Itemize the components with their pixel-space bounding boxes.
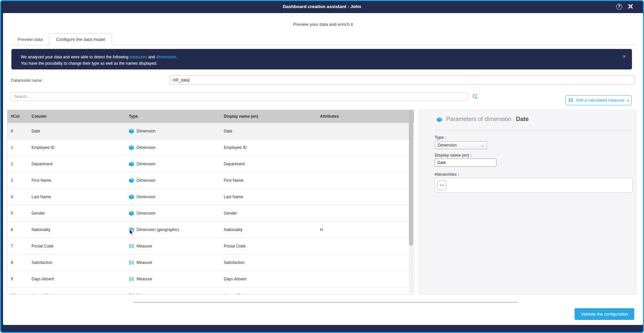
table-row[interactable]: 6 Nationality Dimension (geographic) Nat… <box>7 221 414 238</box>
header-attributes: Attributes <box>320 114 414 119</box>
table-row[interactable]: 7 Postal Code Measure Postal Code <box>7 238 414 254</box>
chevron-down-icon: ▾ <box>442 184 444 187</box>
close-icon[interactable]: ✕ <box>628 2 634 11</box>
add-hierarchy-button[interactable]: + ▾ <box>437 180 446 190</box>
datamodel-name-value: HR_data <box>173 78 189 82</box>
header-col-index: #Col <box>7 114 32 119</box>
info-banner: We analyzed your data and were able to d… <box>11 49 632 70</box>
row-display-name: Last Name <box>224 195 320 199</box>
row-col-index: 2 <box>7 162 32 166</box>
chevron-down-icon: ▾ <box>627 99 629 102</box>
measure-icon <box>129 293 134 294</box>
row-column-name: Date <box>32 129 129 133</box>
row-col-index: 0 <box>7 129 32 133</box>
header-column: Column <box>32 114 129 119</box>
measures-link[interactable]: measures <box>129 55 147 59</box>
measure-icon <box>129 243 134 249</box>
banner-line1: We analyzed your data and were able to d… <box>21 54 619 60</box>
measure-icon <box>568 98 574 103</box>
row-display-name: Date <box>224 129 320 133</box>
banner-text: We analyzed your data and were able to d… <box>21 55 129 59</box>
row-column-name: Employee ID <box>32 145 129 150</box>
table-row[interactable]: 8 Satisfaction Measure Satisfaction <box>7 254 414 271</box>
horizontal-scrollbar[interactable] <box>133 302 518 303</box>
validate-configuration-button[interactable]: Validate the configuration <box>575 308 634 320</box>
dimension-geo-icon <box>129 227 134 232</box>
table-row[interactable]: 9 Days Absent Measure Days Absent <box>7 271 414 287</box>
row-display-name: Department <box>224 162 320 166</box>
type-select-value: Dimension <box>438 143 457 148</box>
row-type: Dimension <box>129 161 224 167</box>
plus-icon: + <box>439 183 441 187</box>
tab-preview-data[interactable]: Preview data <box>11 33 49 45</box>
tab-bar: Preview data Configure the data model <box>11 33 112 45</box>
table-row[interactable]: 5 Gender Dimension Gender <box>7 205 414 221</box>
row-col-index: 8 <box>7 260 32 265</box>
row-column-name: Days Absent <box>32 277 129 281</box>
dimensions-link[interactable]: dimensions <box>156 55 176 59</box>
row-col-index: 1 <box>7 145 32 150</box>
row-type: Dimension <box>129 178 224 183</box>
table-row[interactable]: 1 Employee ID Dimension Employee ID <box>7 139 414 156</box>
table-row[interactable]: 0 Date Dimension Date <box>7 123 414 139</box>
table-row[interactable]: 3 First Name Dimension First Name <box>7 172 414 188</box>
add-calculated-measure-button[interactable]: Add a calculated measure ▾ <box>566 95 632 105</box>
row-type: Measure <box>129 293 224 294</box>
row-display-name: Postal Code <box>224 244 320 248</box>
row-type: Dimension <box>129 194 224 200</box>
header-type: Type <box>129 114 224 119</box>
row-type: Measure <box>129 243 224 249</box>
table-row[interactable]: 10 Annual Salary Measure Annual Salary <box>7 287 414 294</box>
vertical-scrollbar-track[interactable] <box>409 110 413 294</box>
type-select[interactable]: Dimension ⌄ <box>435 141 487 149</box>
dialog-title: Dashboard creation assistant : John <box>1 4 643 9</box>
row-type: Dimension <box>129 128 224 134</box>
text-cursor <box>189 78 189 82</box>
dimension-icon <box>129 161 134 167</box>
measure-icon <box>129 276 134 282</box>
row-column-name: Gender <box>32 211 129 216</box>
display-name-input[interactable] <box>435 159 496 167</box>
row-type: Dimension <box>129 145 224 150</box>
vertical-scrollbar-thumb[interactable] <box>409 110 413 246</box>
dimension-icon <box>129 128 134 134</box>
row-type: Dimension (geographic) <box>129 227 224 232</box>
search-input[interactable] <box>11 92 468 101</box>
row-display-name: Employee ID <box>224 145 320 150</box>
help-icon[interactable]: ? <box>616 4 622 10</box>
row-column-name: Nationality <box>32 227 129 232</box>
row-col-index: 10 <box>7 293 32 294</box>
row-column-name: Annual Salary <box>32 293 129 294</box>
dialog-content: Preview your data and enrich it Preview … <box>3 13 643 325</box>
table-row[interactable]: 2 Department Dimension Department <box>7 156 414 172</box>
row-col-index: 4 <box>7 195 32 199</box>
row-column-name: First Name <box>32 178 129 183</box>
banner-close-icon[interactable]: × <box>623 54 626 59</box>
row-col-index: 9 <box>7 277 32 281</box>
display-name-label: Display name (en) : <box>435 153 472 158</box>
dashboard-assistant-dialog: Dashboard creation assistant : John ? ✕ … <box>0 0 644 333</box>
type-label: Type : <box>435 135 446 140</box>
row-col-index: 6 <box>7 227 32 232</box>
row-display-name: Gender <box>224 211 320 216</box>
panel-header: Parameters of dimension : Date <box>437 116 529 123</box>
columns-table: #Col Column Type Display name (en) Attri… <box>7 110 414 294</box>
row-col-index: 3 <box>7 178 32 183</box>
row-attributes: H <box>320 227 414 232</box>
table-header-row: #Col Column Type Display name (en) Attri… <box>7 110 414 123</box>
datamodel-name-label: Datamodel name : <box>11 78 44 83</box>
header-display-name: Display name (en) <box>224 114 320 119</box>
hierarchies-label: Hierarchies : <box>435 172 459 177</box>
row-display-name: Days Absent <box>224 277 320 281</box>
row-display-name: First Name <box>224 178 320 183</box>
dimension-cube-icon <box>437 117 442 122</box>
tab-configure-data-model[interactable]: Configure the data model <box>49 33 112 45</box>
datamodel-name-input[interactable]: HR_data <box>170 75 635 85</box>
table-row[interactable]: 4 Last Name Dimension Last Name <box>7 188 414 205</box>
search-icon[interactable] <box>472 94 478 101</box>
row-column-name: Postal Code <box>32 244 129 248</box>
row-column-name: Last Name <box>32 195 129 199</box>
row-display-name: Nationality <box>224 227 320 232</box>
measure-icon <box>129 260 134 265</box>
table-body: 0 Date Dimension Date 1 Employee ID Dime… <box>7 123 414 294</box>
